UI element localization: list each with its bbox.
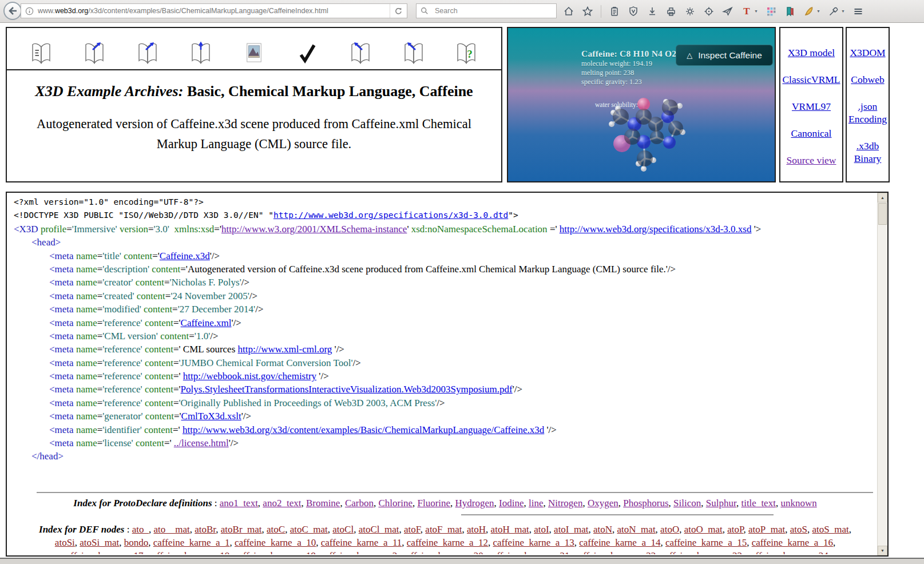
def-node-link[interactable]: atoBr: [195, 524, 216, 535]
next-directory-book-icon[interactable]: [400, 32, 427, 65]
protodeclare-link[interactable]: ano2_text: [263, 498, 301, 509]
download-icon[interactable]: [647, 6, 658, 17]
code-link[interactable]: Caffeine.xml: [181, 317, 232, 328]
def-node-link[interactable]: caffeine_karne_a_13: [493, 537, 574, 548]
def-node-link[interactable]: caffeine_karne_a_1: [153, 537, 230, 548]
code-link[interactable]: http://www.w3.org/2001/XMLSchema-instanc…: [221, 224, 407, 235]
format-link[interactable]: Cobweb: [851, 73, 884, 86]
format-link[interactable]: .json Encoding: [847, 100, 889, 125]
next-page-book-icon[interactable]: [134, 32, 161, 65]
def-node-link[interactable]: caffeine_karne_a_15: [665, 537, 747, 548]
bookmarks-icon[interactable]: [784, 6, 796, 17]
scrollbar-thumb[interactable]: [878, 203, 887, 225]
def-node-link[interactable]: caffeine_karne_a_14: [579, 537, 660, 548]
protodeclare-link[interactable]: Phosphorus: [623, 498, 668, 509]
format-link[interactable]: X3DOM: [850, 46, 885, 59]
def-node-link[interactable]: atoCl_mat: [359, 524, 399, 535]
eyedropper-icon[interactable]: ▼: [828, 6, 845, 17]
up-directory-book-icon[interactable]: [188, 32, 214, 65]
def-node-link[interactable]: atoP: [727, 524, 743, 535]
page-info-icon[interactable]: [25, 7, 34, 15]
code-scrollbar[interactable]: ▲ ▼: [877, 193, 887, 555]
def-node-link[interactable]: caffeine_karne_a_18: [148, 550, 229, 554]
protodeclare-link[interactable]: Silicon: [673, 498, 701, 509]
def-node-link[interactable]: atoO_mat: [684, 524, 723, 535]
def-node-link[interactable]: atoS: [790, 524, 807, 535]
def-node-link[interactable]: atoF_mat: [425, 524, 462, 535]
def-node-link[interactable]: atoH_mat: [491, 524, 529, 535]
def-node-link[interactable]: atoN: [593, 524, 612, 535]
target-icon[interactable]: [703, 6, 715, 17]
def-node-link[interactable]: caffeine_karne_a_16: [752, 537, 833, 548]
code-link[interactable]: http://www.web3d.org/x3d/content/example…: [183, 424, 544, 435]
format-link[interactable]: .x3db Binary: [847, 140, 889, 165]
dropdown-caret-icon[interactable]: ▼: [816, 9, 820, 13]
code-link[interactable]: http://www.web3d.org/specifications/x3d-…: [273, 210, 508, 220]
def-node-link[interactable]: atoS_mat: [812, 524, 849, 535]
shield-icon[interactable]: [628, 6, 639, 17]
send-plane-icon[interactable]: [722, 6, 733, 17]
format-link[interactable]: X3D model: [788, 46, 835, 59]
def-node-link[interactable]: atoSi: [55, 537, 75, 548]
def-node-link[interactable]: caffeine_karne_a_2: [320, 550, 397, 554]
def-node-link[interactable]: atoSi_mat: [80, 537, 119, 548]
dropdown-caret-icon[interactable]: ▼: [841, 9, 845, 13]
protodeclare-link[interactable]: ano1_text: [220, 498, 258, 509]
menu-icon[interactable]: [852, 6, 864, 17]
code-link[interactable]: http://www.xml-cml.org: [238, 344, 332, 355]
scroll-down-button[interactable]: ▼: [878, 546, 887, 555]
protodeclare-link[interactable]: Iodine: [499, 498, 524, 509]
screenshot-image-icon[interactable]: [241, 32, 267, 65]
format-link[interactable]: Canonical: [791, 127, 832, 140]
protodeclare-link[interactable]: Hydrogen: [455, 498, 494, 509]
def-node-link[interactable]: caffeine_karne_a_20: [402, 550, 483, 554]
protodeclare-link[interactable]: Sulphur: [706, 498, 736, 509]
def-node-link[interactable]: caffeine_karne_a_11: [321, 537, 402, 548]
protodeclare-link[interactable]: unknown: [780, 498, 816, 509]
reload-button[interactable]: [390, 4, 407, 18]
def-node-link[interactable]: atoI_mat: [554, 524, 588, 535]
protodeclare-link[interactable]: Chlorine: [378, 498, 413, 509]
def-node-link[interactable]: caffeine_karne_a_22: [574, 550, 656, 554]
home-icon[interactable]: [563, 6, 574, 17]
def-node-link[interactable]: caffeine_karne_a_23: [661, 550, 742, 554]
inspect-caffeine-button[interactable]: △ Inspect Caffeine: [676, 45, 773, 66]
format-link[interactable]: ClassicVRML: [782, 73, 840, 86]
def-node-link[interactable]: atoP_mat: [748, 524, 785, 535]
def-node-link[interactable]: atoI: [534, 524, 549, 535]
protodeclare-link[interactable]: Oxygen: [588, 498, 618, 509]
def-node-link[interactable]: caffeine_karne_a_21: [488, 550, 569, 554]
previous-directory-book-icon[interactable]: [347, 32, 374, 65]
back-button[interactable]: [3, 2, 22, 20]
scroll-up-button[interactable]: ▲: [878, 193, 887, 202]
def-node-link[interactable]: ato_: [132, 524, 149, 535]
code-link[interactable]: CmlToX3d.xslt: [181, 411, 241, 422]
text-tool-icon[interactable]: T▼: [741, 6, 758, 17]
def-node-link[interactable]: caffeine_karne_a_24: [747, 550, 828, 554]
def-node-link[interactable]: atoN_mat: [617, 524, 656, 535]
address-bar[interactable]: www.web3d.org/x3d/content/examples/Basic…: [21, 3, 407, 18]
code-link[interactable]: Caffeine.x3d: [160, 251, 210, 261]
def-node-link[interactable]: caffeine_karne_a_12: [407, 537, 488, 548]
print-icon[interactable]: [665, 6, 677, 17]
code-link[interactable]: http://webbook.nist.gov/chemistry: [183, 371, 316, 382]
def-node-link[interactable]: atoC_mat: [290, 524, 328, 535]
code-link[interactable]: Polys.StylesheetTransformationsInteracti…: [181, 384, 513, 395]
search-input[interactable]: Search: [416, 3, 557, 18]
reading-list-icon[interactable]: [609, 6, 620, 17]
protodeclare-link[interactable]: Fluorine: [417, 498, 450, 509]
previous-page-book-icon[interactable]: [81, 32, 108, 65]
toc-book-icon[interactable]: [28, 32, 54, 65]
def-node-link[interactable]: bondo: [124, 537, 149, 548]
dropdown-caret-icon[interactable]: ▼: [754, 9, 758, 13]
code-link[interactable]: ../license.html: [174, 438, 229, 448]
settings-gear-icon[interactable]: [684, 6, 696, 17]
def-node-link[interactable]: caffeine_karne_a_19: [235, 550, 316, 554]
def-node-link[interactable]: atoO: [660, 524, 679, 535]
protodeclare-link[interactable]: title_text: [741, 498, 775, 509]
help-book-icon[interactable]: ?: [453, 32, 479, 65]
format-link[interactable]: VRML97: [792, 100, 831, 113]
protodeclare-link[interactable]: Bromine: [306, 498, 340, 509]
def-node-link[interactable]: atoCl: [332, 524, 354, 535]
def-node-link[interactable]: atoC: [267, 524, 285, 535]
